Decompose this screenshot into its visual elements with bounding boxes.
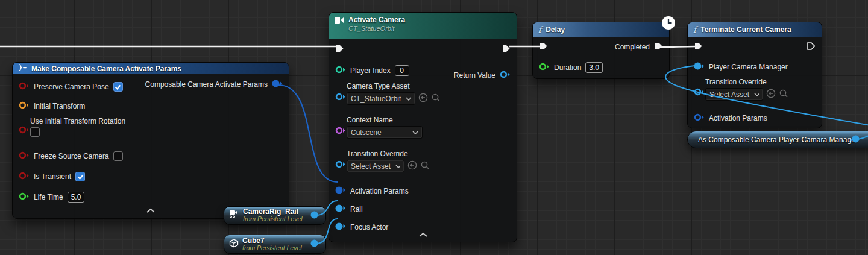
node-header[interactable]: Make Composable Camera Activate Params [13, 63, 289, 74]
checkbox[interactable] [30, 127, 40, 137]
object-pin[interactable] [694, 88, 705, 98]
node-header[interactable]: f Delay [533, 22, 669, 37]
pin-row: Camera Type Asset CT_StatueOrbit [329, 81, 517, 115]
object-pin[interactable] [694, 62, 705, 72]
struct-pin[interactable] [335, 186, 346, 196]
blueprint-graph-canvas[interactable]: Make Composable Camera Activate Params P… [0, 0, 868, 255]
object-pin[interactable] [852, 134, 860, 145]
actor-subtitle: from Persistent Level [243, 216, 303, 223]
exec-in-pin[interactable] [539, 42, 548, 52]
checkbox[interactable] [113, 82, 123, 92]
float-pin[interactable] [539, 63, 550, 72]
pin-label: Duration [554, 63, 581, 72]
pin-row: Activation Params [329, 182, 517, 200]
exec-row: Completed [533, 37, 669, 57]
pin-label: Completed [615, 43, 650, 51]
pin-label: Initial Transform [34, 102, 85, 110]
bool-pin[interactable] [19, 172, 30, 181]
struct-pin[interactable] [694, 113, 705, 123]
collapse-icon[interactable] [418, 229, 428, 240]
context-name-dropdown[interactable]: Cutscene [347, 126, 423, 139]
node-header[interactable]: f Terminate Current Camera [688, 22, 822, 37]
activate-camera-node[interactable]: Activate Camera CT_StatueOrbit Player In… [329, 12, 517, 242]
object-pin[interactable] [335, 160, 346, 170]
node-title: Terminate Current Camera [700, 25, 791, 34]
pin-label: Player Camera Manager [709, 63, 788, 71]
pin-label: Preserve Camera Pose [34, 83, 109, 91]
node-title: Delay [546, 25, 565, 34]
exec-in-pin[interactable] [694, 42, 703, 52]
camera-rig-rail-node[interactable]: CameraRig_Rail from Persistent Level [224, 206, 326, 225]
pin-label: Transition Override [347, 150, 511, 158]
duration-value[interactable]: 3.0 [585, 62, 603, 73]
as-composable-camera-player-camara-manager-node[interactable]: As Composable Camera Player Camara Manag… [687, 131, 868, 148]
transform-pin[interactable] [19, 101, 30, 111]
bool-pin[interactable] [19, 126, 30, 136]
pin-row: Initial Transform [13, 96, 289, 116]
pin-row: Use Initial Transform Rotation [13, 116, 289, 146]
object-pin[interactable] [500, 71, 511, 80]
name-pin[interactable] [335, 127, 346, 136]
pin-label: Player Index [350, 66, 391, 75]
node-header[interactable]: Activate Camera CT_StatueOrbit [329, 13, 517, 39]
player-index-value[interactable]: 0 [395, 65, 409, 76]
asset-picker-dropdown[interactable]: Select Asset [347, 160, 404, 172]
object-pin[interactable] [310, 239, 318, 250]
struct-pin[interactable] [272, 80, 283, 89]
pin-label: Is Transient [34, 172, 71, 181]
exec-row [329, 39, 517, 60]
arrow-left-circle-icon[interactable] [407, 160, 417, 172]
object-pin[interactable] [335, 204, 346, 214]
life-time-value[interactable]: 5.0 [68, 192, 85, 203]
checkbox[interactable] [75, 172, 85, 181]
pin-label: Transition Override [705, 78, 816, 86]
camera-rig-icon [229, 210, 239, 221]
bool-pin[interactable] [19, 82, 30, 92]
pin-label: Return Value [454, 71, 495, 80]
exec-out-pin[interactable] [502, 44, 511, 55]
pin-row: Context Name Cutscene [329, 115, 517, 148]
object-pin[interactable] [335, 222, 346, 232]
collapse-icon[interactable] [146, 205, 156, 216]
pin-row: Duration 3.0 [533, 57, 669, 78]
exec-in-pin[interactable] [335, 44, 344, 55]
function-f-icon: f [538, 25, 541, 34]
pin-label: Context Name [347, 116, 511, 124]
node-title: Activate Camera [348, 16, 405, 25]
pin-row: Player Camera Manager [688, 57, 822, 77]
exec-out-pin[interactable] [654, 42, 663, 52]
pin-row: Freeze Source Camera [13, 146, 289, 166]
actor-title: Cube7 [242, 237, 302, 245]
exec-out-pin[interactable] [807, 42, 816, 52]
magnifier-icon[interactable] [779, 89, 788, 100]
pin-label: Composable Camera Activate Params [145, 80, 268, 89]
magnifier-icon[interactable] [420, 160, 430, 172]
delay-node[interactable]: f Delay Completed Duration 3.0 [532, 22, 670, 79]
function-f-icon: f [693, 25, 696, 34]
bool-pin[interactable] [19, 151, 30, 161]
asset-picker-dropdown[interactable]: Select Asset [705, 88, 763, 101]
cast-label: As Composable Camera Player Camara Manag… [698, 136, 858, 144]
checkbox[interactable] [113, 151, 123, 161]
object-pin[interactable] [335, 93, 346, 102]
make-struct-icon [18, 64, 27, 73]
pin-label: Activation Params [350, 187, 409, 195]
output-pin-row: Composable Camera Activate Params [145, 80, 283, 89]
pin-label: Use Initial Transform Rotation [30, 117, 283, 125]
cube7-node[interactable]: Cube7 from Persistent Level [224, 235, 326, 254]
int-pin[interactable] [335, 66, 346, 75]
pin-label: Rail [350, 205, 363, 213]
arrow-left-circle-icon[interactable] [766, 89, 776, 100]
pin-row: Transition Override Select Asset [329, 148, 517, 182]
pin-row: Life Time 5.0 [13, 187, 289, 207]
float-pin[interactable] [19, 192, 30, 202]
asset-picker-dropdown[interactable]: CT_StatueOrbit [347, 92, 415, 105]
magnifier-icon[interactable] [431, 93, 441, 104]
exec-row [688, 37, 822, 57]
pin-label: Freeze Source Camera [34, 152, 109, 160]
arrow-left-circle-icon[interactable] [418, 93, 428, 104]
object-pin[interactable] [310, 210, 318, 221]
terminate-current-camera-node[interactable]: f Terminate Current Camera Player Camera… [687, 22, 822, 128]
pin-row: Activation Params [688, 109, 822, 127]
make-composable-camera-activate-params-node[interactable]: Make Composable Camera Activate Params P… [12, 62, 289, 219]
